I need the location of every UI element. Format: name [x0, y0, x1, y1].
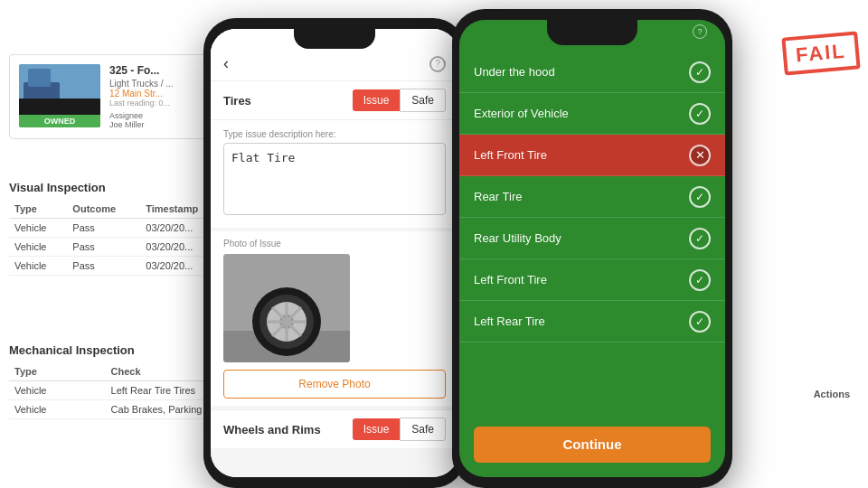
- phone1-notch: [294, 29, 375, 49]
- check-icon: ✓: [689, 61, 711, 83]
- phone2-inner: ? Under the hood✓Exterior of Vehicle✓Lef…: [459, 20, 725, 477]
- phone2-help-icon[interactable]: ?: [693, 24, 707, 39]
- wheels-rims-label: Wheels and Rims: [223, 423, 353, 436]
- assignee-name: Joe Miller: [109, 120, 145, 129]
- wheels-safe-button[interactable]: Safe: [400, 418, 446, 441]
- check-icon: ✓: [689, 269, 711, 291]
- issue-description-input[interactable]: Flat Tire: [223, 143, 446, 215]
- assignee-label: Assignee: [109, 111, 143, 120]
- check-icon: ✓: [689, 186, 711, 208]
- vehicle-card: OWNED 325 - Fo... Light Trucks / ... 12 …: [9, 54, 217, 139]
- back-button[interactable]: ‹: [223, 54, 229, 73]
- vehicle-last-reading: Last reading: 0...: [109, 99, 207, 108]
- issue-description-label: Type issue description here:: [223, 129, 446, 139]
- inspection-item-label: Left Rear Tire: [474, 314, 689, 328]
- vehicle-title: 325 - Fo...: [109, 64, 207, 79]
- vehicle-info: 325 - Fo... Light Trucks / ... 12 Main S…: [109, 64, 207, 129]
- wheels-rims-section-header: Wheels and Rims Issue Safe: [211, 409, 458, 448]
- inspection-item-label: Under the hood: [474, 65, 689, 79]
- vehicle-assignee: Assignee Joe Miller: [109, 111, 207, 129]
- check-icon: ✓: [689, 228, 711, 249]
- help-icon[interactable]: ?: [429, 56, 446, 72]
- inspection-list-item[interactable]: Left Front Tire✕: [459, 135, 725, 176]
- table-row: VehiclePass03/20/20...: [9, 238, 226, 257]
- inspection-item-label: Rear Utility Body: [474, 231, 689, 245]
- inspection-list-item[interactable]: Left Rear Tire✓: [459, 301, 725, 343]
- continue-button[interactable]: Continue: [474, 427, 711, 463]
- inspection-item-label: Left Front Tire: [474, 273, 689, 286]
- visual-inspection-section: Visual Inspection Type Outcome Timestamp…: [9, 181, 226, 276]
- tires-section-header: Tires Issue Safe: [211, 81, 458, 120]
- phone1-inner: ‹ ? Tires Issue Safe Type issue descript…: [211, 29, 458, 477]
- owned-badge: OWNED: [19, 115, 100, 127]
- photo-label: Photo of Issue: [223, 239, 446, 249]
- photo-thumbnail[interactable]: [223, 254, 350, 362]
- inspection-item-label: Left Front Tire: [474, 148, 689, 162]
- inspection-item-label: Exterior of Vehicle: [474, 107, 689, 120]
- phone2-screen: Under the hood✓Exterior of Vehicle✓Left …: [459, 20, 725, 477]
- check-icon: ✓: [689, 311, 711, 333]
- phone1-screen: ‹ ? Tires Issue Safe Type issue descript…: [211, 29, 458, 477]
- actions-label: Actions: [814, 389, 850, 399]
- phone2-notch: [547, 20, 637, 45]
- fail-stamp: FAIL: [782, 31, 861, 75]
- visual-inspection-table: Type Outcome Timestamp VehiclePass03/20/…: [9, 200, 226, 276]
- mech-col-type: Type: [9, 362, 106, 381]
- inspection-list-item[interactable]: Left Front Tire✓: [459, 259, 725, 301]
- issue-button[interactable]: Issue: [353, 89, 401, 111]
- col-outcome: Outcome: [67, 200, 140, 219]
- remove-photo-button[interactable]: Remove Photo: [223, 370, 446, 399]
- issue-icon: ✕: [689, 145, 711, 166]
- vehicle-address[interactable]: 12 Main Str...: [109, 89, 207, 99]
- visual-inspection-title: Visual Inspection: [9, 181, 226, 194]
- vehicle-subtitle: Light Trucks / ...: [109, 79, 207, 89]
- inspection-item-label: Rear Tire: [474, 190, 689, 203]
- inspection-list: Under the hood✓Exterior of Vehicle✓Left …: [459, 52, 725, 427]
- issue-form-area: Type issue description here: Flat Tire: [211, 120, 458, 228]
- inspection-list-item[interactable]: Under the hood✓: [459, 52, 725, 93]
- svg-rect-2: [28, 69, 51, 87]
- wheels-issue-button[interactable]: Issue: [353, 418, 401, 440]
- phone1: ‹ ? Tires Issue Safe Type issue descript…: [203, 18, 466, 488]
- safe-button[interactable]: Safe: [400, 89, 446, 112]
- table-row: VehiclePass03/20/20...: [9, 257, 226, 276]
- inspection-list-item[interactable]: Rear Tire✓: [459, 176, 725, 218]
- inspection-list-item[interactable]: Rear Utility Body✓: [459, 218, 725, 259]
- check-icon: ✓: [689, 103, 711, 125]
- vehicle-image: OWNED: [19, 64, 100, 127]
- inspection-list-item[interactable]: Exterior of Vehicle✓: [459, 93, 725, 135]
- tires-label: Tires: [223, 94, 353, 108]
- col-type: Type: [9, 200, 67, 219]
- photo-section: Photo of Issue: [211, 231, 458, 406]
- phone2: ? Under the hood✓Exterior of Vehicle✓Lef…: [452, 9, 732, 488]
- table-row: VehiclePass03/20/20...: [9, 219, 226, 238]
- phone2-status-bar: ?: [693, 24, 707, 39]
